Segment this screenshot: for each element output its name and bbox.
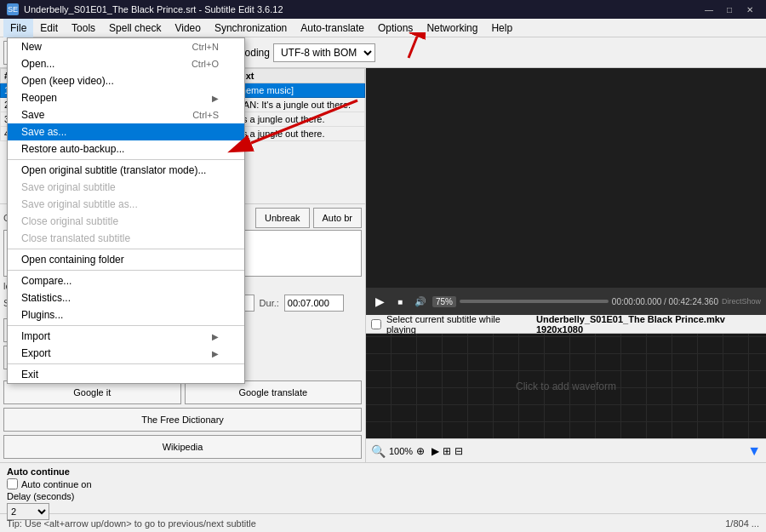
close-button[interactable]: ✕ <box>740 3 759 16</box>
menu-item-open-folder[interactable]: Open containing folder <box>8 251 244 268</box>
separator-4 <box>8 325 244 326</box>
cell-text: [theme music] <box>232 83 364 98</box>
title-bar: SE Underbelly_S01E01_The Black Prince.sr… <box>0 0 766 19</box>
subtitle-count: 1/804 ... <box>725 518 759 529</box>
subtitle-playing-label: Select current subtitle while playing <box>386 314 524 335</box>
auto-continue-on-label: Auto continue on <box>21 479 92 489</box>
menu-item-save-as[interactable]: Save as... <box>8 123 244 140</box>
waveform-toolbar: 🔍 100% ⊕ ▶ ⊞ ⊟ ▼ <box>366 438 766 462</box>
menu-edit[interactable]: Edit <box>33 19 65 37</box>
video-progress-bar[interactable] <box>460 300 609 303</box>
menu-item-open[interactable]: Open...Ctrl+O <box>8 55 244 72</box>
bottom-bar: Auto continue Auto continue on Delay (se… <box>0 462 766 513</box>
separator-2 <box>8 249 244 249</box>
status-tip: Tip: Use <alt+arrow up/down> to go to pr… <box>7 518 256 529</box>
separator-3 <box>8 270 244 271</box>
waveform-cursor-icon: ▼ <box>747 443 761 459</box>
minimize-button[interactable]: — <box>700 3 718 16</box>
menu-bar: File Edit Tools Spell check Video Synchr… <box>0 19 766 37</box>
app-icon: SE <box>7 3 19 15</box>
video-area: ▶ ■ 🔊 75% 00:00:00.000 / 00:42:24.360 Di… <box>366 68 766 315</box>
directshow-label: DirectShow <box>722 297 761 306</box>
menu-item-import[interactable]: Import▶ <box>8 328 244 345</box>
delay-label: Delay (seconds) <box>7 491 74 501</box>
select-subtitle-while-playing-checkbox[interactable] <box>371 319 381 329</box>
separator-1 <box>8 159 244 160</box>
zoom-minus-icon[interactable]: 🔍 <box>371 444 386 458</box>
google-it-button[interactable]: Google it <box>3 380 181 404</box>
cell-text: MAN: It's a jungle out there. <box>232 98 364 112</box>
video-play-btn[interactable]: ▶ <box>371 295 388 308</box>
menu-item-compare[interactable]: Compare... <box>8 272 244 289</box>
menu-item-reopen[interactable]: Reopen▶ <box>8 89 244 106</box>
menu-item-save-original-as: Save original subtitle as... <box>8 196 244 213</box>
menu-item-exit[interactable]: Exit <box>8 366 244 383</box>
waveform-play-icon[interactable]: ▶ <box>432 445 439 457</box>
separator-5 <box>8 363 244 364</box>
free-dictionary-button[interactable]: The Free Dictionary <box>3 408 362 432</box>
menu-item-save[interactable]: SaveCtrl+S <box>8 106 244 123</box>
file-menu-dropdown[interactable]: NewCtrl+N Open...Ctrl+O Open (keep video… <box>7 37 245 384</box>
menu-item-statistics[interactable]: Statistics... <box>8 289 244 306</box>
video-time-display: 00:00:00.000 / 00:42:24.360 <box>612 297 718 306</box>
app-title: Underbelly_S01E01_The Black Prince.srt -… <box>24 4 283 14</box>
menu-video[interactable]: Video <box>168 19 207 37</box>
waveform-merge-icon[interactable]: ⊟ <box>454 445 463 457</box>
subtitle-playing-bar: Select current subtitle while playing Un… <box>366 315 766 334</box>
menu-item-open-original[interactable]: Open original subtitle (translator mode)… <box>8 162 244 179</box>
video-display <box>366 68 766 288</box>
waveform-split-icon[interactable]: ⊞ <box>443 445 451 457</box>
menu-options[interactable]: Options <box>371 19 420 37</box>
menu-item-close-original: Close original subtitle <box>8 213 244 230</box>
menu-tools[interactable]: Tools <box>65 19 102 37</box>
menu-item-export[interactable]: Export▶ <box>8 345 244 362</box>
menu-auto-translate[interactable]: Auto-translate <box>294 19 371 37</box>
right-panel: ▶ ■ 🔊 75% 00:00:00.000 / 00:42:24.360 Di… <box>366 68 766 462</box>
video-screen <box>366 68 766 288</box>
menu-file[interactable]: File <box>3 19 33 37</box>
video-stop-btn[interactable]: ■ <box>392 297 409 306</box>
google-translate-button[interactable]: Google translate <box>185 380 363 404</box>
auto-br-button[interactable]: Auto br <box>313 208 362 228</box>
menu-help[interactable]: Help <box>484 19 519 37</box>
maximize-button[interactable]: □ <box>720 3 739 16</box>
video-filename: Underbelly_S01E01_The Black Prince.mkv 1… <box>536 314 761 335</box>
video-volume-btn[interactable]: 🔊 <box>412 296 429 307</box>
encoding-select[interactable]: UTF-8 with BOM <box>273 43 375 62</box>
wikipedia-button[interactable]: Wikipedia <box>3 435 362 459</box>
cell-text: It's a jungle out there. <box>232 112 364 127</box>
zoom-percent-label: 100% <box>389 446 413 456</box>
duration-input[interactable] <box>284 295 344 312</box>
menu-item-close-translated: Close translated subtitle <box>8 230 244 247</box>
col-text: Text <box>232 69 364 83</box>
menu-item-open-keep-video[interactable]: Open (keep video)... <box>8 72 244 89</box>
cell-text: It's a jungle out there. <box>232 127 364 141</box>
auto-continue-checkbox[interactable] <box>7 478 18 489</box>
menu-networking[interactable]: Networking <box>420 19 484 37</box>
menu-item-new[interactable]: NewCtrl+N <box>8 38 244 55</box>
menu-synchronization[interactable]: Synchronization <box>208 19 294 37</box>
menu-item-plugins[interactable]: Plugins... <box>8 306 244 323</box>
auto-continue-label: Auto continue <box>7 466 70 477</box>
unbreak-button[interactable]: Unbreak <box>255 208 310 228</box>
web-buttons-section: Google it Google translate The Free Dict… <box>0 377 365 462</box>
waveform-area[interactable]: Click to add waveform <box>366 334 766 438</box>
zoom-plus-icon[interactable]: ⊕ <box>416 445 425 457</box>
duration-label: Dur.: <box>260 298 279 308</box>
waveform-add-label: Click to add waveform <box>516 380 616 392</box>
menu-item-save-original: Save original subtitle <box>8 179 244 196</box>
menu-item-restore-backup[interactable]: Restore auto-backup... <box>8 140 244 157</box>
video-zoom-select[interactable]: 75% <box>432 296 456 307</box>
menu-spell-check[interactable]: Spell check <box>102 19 168 37</box>
video-controls: ▶ ■ 🔊 75% 00:00:00.000 / 00:42:24.360 Di… <box>366 288 766 315</box>
